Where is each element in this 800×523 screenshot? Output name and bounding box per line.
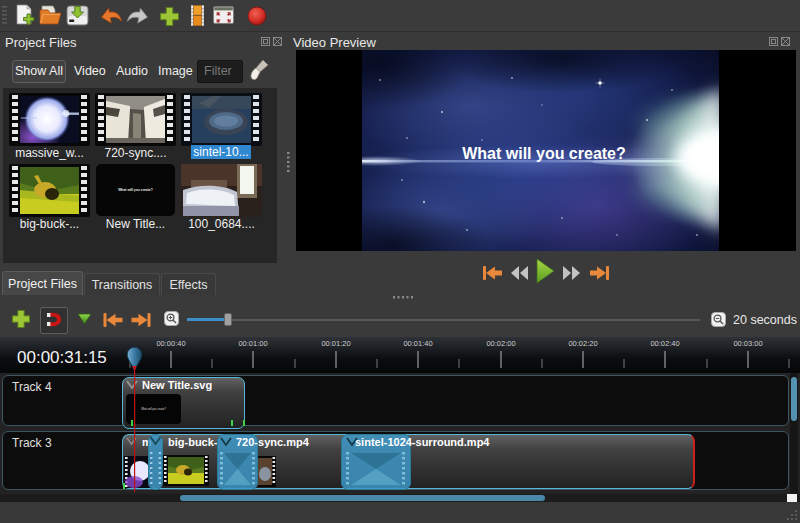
svg-text:00:00:40: 00:00:40 [156,339,185,348]
svg-text:00:01:40: 00:01:40 [403,339,432,348]
svg-text:00:02:00: 00:02:00 [486,339,515,348]
svg-text:00:02:40: 00:02:40 [650,339,679,348]
svg-text:00:01:20: 00:01:20 [321,339,350,348]
svg-text:00:02:20: 00:02:20 [568,339,597,348]
svg-text:What will you create?: What will you create? [462,145,626,162]
svg-text:00:01:00: 00:01:00 [238,339,267,348]
svg-text:00:03:00: 00:03:00 [733,339,762,348]
